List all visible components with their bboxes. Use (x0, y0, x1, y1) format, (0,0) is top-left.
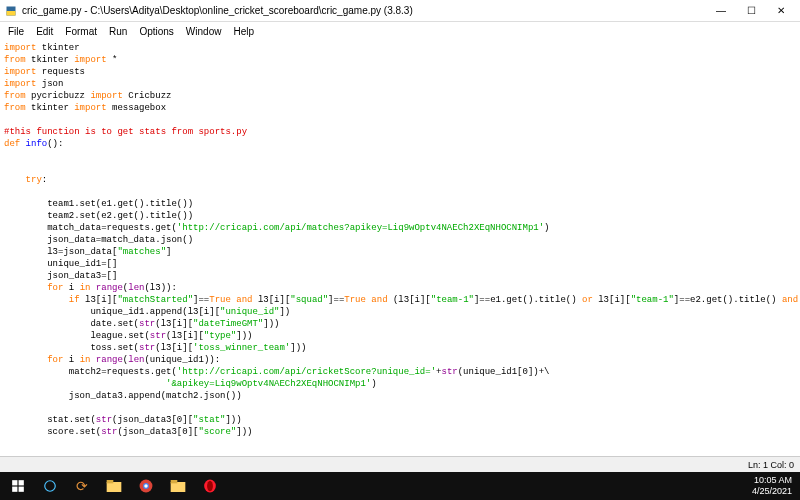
window-title: cric_game.py - C:\Users\Aditya\Desktop\o… (22, 5, 706, 16)
cortana-icon[interactable] (34, 472, 66, 500)
maximize-button[interactable]: ☐ (736, 1, 766, 21)
svg-rect-1 (7, 11, 16, 16)
menu-options[interactable]: Options (133, 25, 179, 38)
folder-icon[interactable] (162, 472, 194, 500)
python-idle-icon (4, 4, 18, 18)
chrome-icon[interactable] (130, 472, 162, 500)
task-view-icon[interactable]: ⟳ (66, 472, 98, 500)
menu-help[interactable]: Help (227, 25, 260, 38)
menu-window[interactable]: Window (180, 25, 228, 38)
close-button[interactable]: ✕ (766, 1, 796, 21)
window-controls: — ☐ ✕ (706, 1, 796, 21)
svg-rect-4 (12, 487, 17, 492)
menu-format[interactable]: Format (59, 25, 103, 38)
svg-rect-2 (12, 480, 17, 485)
system-clock[interactable]: 10:05 AM 4/25/2021 (746, 475, 798, 497)
svg-rect-12 (171, 482, 186, 492)
taskbar: ⟳ 10:05 AM 4/25/2021 (0, 472, 800, 500)
code-editor[interactable]: import tkinter from tkinter import * imp… (0, 40, 800, 456)
opera-icon[interactable] (194, 472, 226, 500)
svg-rect-7 (107, 482, 122, 492)
menu-file[interactable]: File (2, 25, 30, 38)
svg-point-6 (45, 481, 56, 492)
titlebar: cric_game.py - C:\Users\Aditya\Desktop\o… (0, 0, 800, 22)
menu-edit[interactable]: Edit (30, 25, 59, 38)
menubar: File Edit Format Run Options Window Help (0, 22, 800, 40)
svg-rect-3 (19, 480, 24, 485)
svg-rect-8 (107, 480, 114, 483)
file-explorer-icon[interactable] (98, 472, 130, 500)
statusbar: Ln: 1 Col: 0 (0, 456, 800, 472)
menu-run[interactable]: Run (103, 25, 133, 38)
minimize-button[interactable]: — (706, 1, 736, 21)
cursor-position: Ln: 1 Col: 0 (748, 460, 794, 470)
svg-point-11 (144, 484, 148, 488)
start-button[interactable] (2, 472, 34, 500)
svg-rect-5 (19, 487, 24, 492)
svg-point-15 (207, 481, 213, 492)
svg-rect-13 (171, 480, 178, 483)
